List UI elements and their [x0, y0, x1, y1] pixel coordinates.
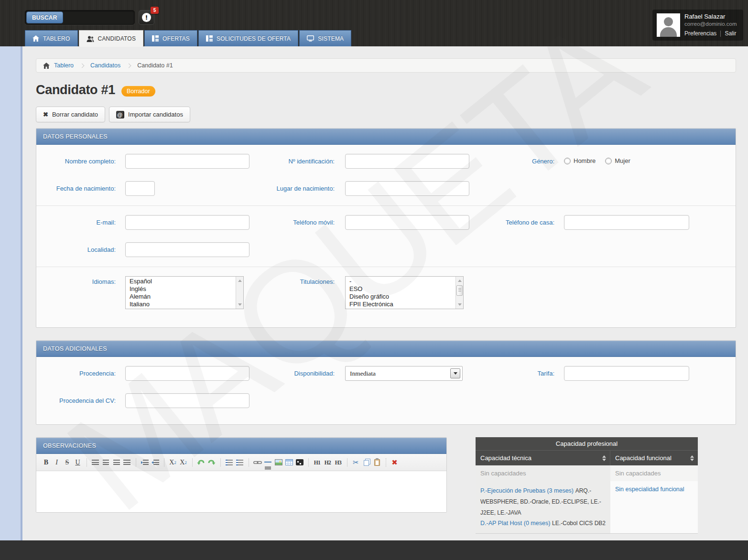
scrollbar-thumb[interactable] [456, 285, 463, 296]
titulacion-option[interactable]: ESO [346, 285, 463, 293]
scroll-up-button[interactable] [236, 277, 243, 284]
scroll-up-button[interactable] [456, 277, 463, 284]
heading1-button[interactable]: H1 [312, 457, 322, 467]
italic-button[interactable]: I [52, 457, 62, 467]
scroll-down-button[interactable] [236, 301, 243, 308]
insert-table-button[interactable] [284, 457, 294, 467]
breadcrumb-candidatos[interactable]: Candidatos [90, 62, 120, 69]
column-header-capacidad-funcional[interactable]: Capacidad funcional [610, 451, 698, 465]
section-header: DATOS ADICIONALES [36, 341, 736, 357]
tarifa-field[interactable] [564, 366, 689, 381]
idioma-option[interactable]: Alemán [126, 293, 243, 301]
import-icon: @ [116, 111, 124, 118]
outdent-button[interactable] [150, 457, 160, 467]
procedencia-label: Procedencia: [36, 366, 116, 377]
table-row: P.-Ejecución de Pruebas (3 meses) ARQ.-W… [476, 481, 698, 533]
fecha-nacimiento-field[interactable] [125, 181, 155, 196]
redo-button[interactable] [206, 457, 217, 467]
underline-button[interactable]: U [73, 457, 83, 467]
divider [386, 458, 386, 467]
email-field[interactable] [125, 215, 249, 230]
bold-button[interactable]: B [41, 457, 51, 467]
import-candidates-button[interactable]: @ Importar candidatos [109, 107, 190, 122]
tab-sistema[interactable]: SISTEMA [299, 30, 351, 46]
tab-label: CANDIDATOS [98, 35, 136, 42]
cut-button[interactable]: ✂ [351, 457, 361, 467]
align-justify-button[interactable] [122, 457, 132, 467]
scrollbar[interactable] [236, 277, 243, 309]
disponibilidad-select[interactable]: Inmediata [345, 366, 463, 381]
remove-format-button[interactable]: ✖ [390, 457, 400, 467]
divider [87, 458, 87, 467]
idioma-option[interactable]: Español [126, 278, 243, 285]
radio-label: Mujer [615, 157, 630, 164]
telefono-casa-field[interactable] [564, 215, 689, 230]
nombre-completo-field[interactable] [125, 154, 249, 169]
logout-link[interactable]: Salir [725, 30, 736, 37]
sort-icon [602, 455, 606, 461]
subscript-button[interactable]: X2 [168, 457, 178, 467]
breadcrumb-tablero[interactable]: Tablero [54, 62, 74, 69]
strikethrough-button[interactable]: S [62, 457, 72, 467]
idioma-option[interactable]: Italiano [126, 301, 243, 308]
genero-hombre-radio[interactable]: Hombre [564, 157, 596, 164]
notifications-button[interactable]: ! 5 [139, 10, 154, 25]
titulacion-option[interactable]: FPII Electrónica [346, 301, 463, 308]
capacidad-tecnica-link[interactable]: P.-Ejecución de Pruebas (3 meses) [480, 487, 574, 494]
heading2-button[interactable]: H2 [323, 457, 333, 467]
unordered-list-button[interactable] [235, 457, 245, 467]
tab-candidatos[interactable]: CANDIDATOS [79, 30, 144, 47]
procedencia-field[interactable] [125, 366, 249, 381]
chevron-right-icon [80, 63, 85, 68]
tab-ofertas[interactable]: OFERTAS [144, 30, 197, 46]
source-code-button[interactable] [294, 457, 304, 467]
table-title: Capacidad profesional [476, 437, 698, 451]
tab-label: TABLERO [43, 35, 70, 42]
undo-button[interactable] [196, 457, 206, 467]
align-left-button[interactable] [90, 457, 100, 467]
insert-link-button[interactable] [252, 457, 262, 467]
identificacion-field[interactable] [345, 154, 469, 169]
align-center-button[interactable] [101, 457, 111, 467]
search-bar: BUSCAR [25, 10, 135, 25]
paste-button[interactable] [372, 457, 382, 467]
dropdown-arrow-icon[interactable] [450, 368, 460, 378]
user-name: Rafael Salazar [684, 13, 725, 20]
sin-especialidad-funcional-link[interactable]: Sin especialidad funcional [615, 486, 684, 493]
lugar-nacimiento-field[interactable] [345, 181, 469, 196]
titulacion-option[interactable]: FPII Informática [346, 308, 463, 309]
observaciones-editor[interactable] [36, 471, 446, 512]
tab-tablero[interactable]: TABLERO [25, 30, 78, 46]
titulacion-option[interactable]: Diseño gráfico [346, 293, 463, 301]
telefono-movil-field[interactable] [345, 215, 469, 230]
copy-button[interactable] [361, 457, 371, 467]
indent-button[interactable] [140, 457, 150, 467]
scroll-down-button[interactable] [456, 301, 463, 308]
monitor-icon [307, 35, 314, 42]
richtext-toolbar: B I S U X2 X2 [36, 454, 446, 471]
superscript-button[interactable]: X2 [178, 457, 188, 467]
search-input[interactable] [63, 12, 143, 23]
delete-candidate-button[interactable]: ✖ Borrar candidato [36, 107, 105, 122]
telefono-movil-label: Teléfono móvil: [249, 215, 335, 226]
localidad-field[interactable] [125, 242, 249, 257]
idioma-option[interactable]: Inglés [126, 285, 243, 293]
insert-image-button[interactable] [273, 457, 283, 467]
section-header: OBSERVACIONES [36, 438, 446, 454]
preferences-link[interactable]: Preferencias [684, 30, 716, 37]
genero-mujer-radio[interactable]: Mujer [605, 157, 630, 164]
heading3-button[interactable]: H3 [333, 457, 343, 467]
scrollbar[interactable] [455, 277, 463, 309]
column-header-capacidad-tecnica[interactable]: Capacidad técnica [476, 451, 610, 465]
ordered-list-button[interactable] [224, 457, 234, 467]
capacidad-tecnica-link[interactable]: D.-AP Plat Host (0 meses) [480, 520, 550, 527]
horizontal-rule-button[interactable] [263, 457, 273, 467]
tab-solicitudes-de-oferta[interactable]: SOLICITUDES DE OFERTA [198, 30, 298, 46]
titulaciones-multiselect[interactable]: - ESO Diseño gráfico FPII Electrónica FP… [345, 276, 464, 309]
search-button[interactable]: BUSCAR [26, 11, 63, 23]
left-margin-strip [0, 46, 22, 540]
idiomas-multiselect[interactable]: Español Inglés Alemán Italiano [125, 276, 244, 309]
procedencia-cv-field[interactable] [125, 393, 249, 408]
titulacion-option[interactable]: - [346, 278, 463, 285]
align-right-button[interactable] [111, 457, 121, 467]
